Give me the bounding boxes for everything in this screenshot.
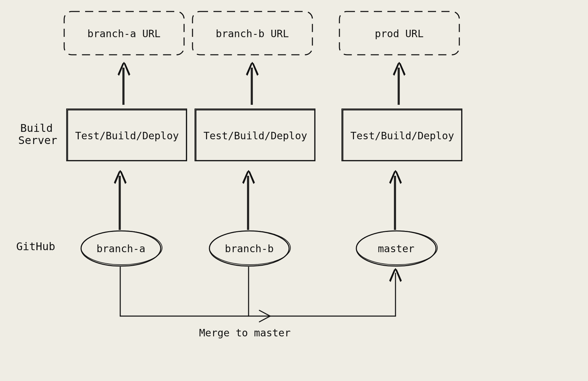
- build-label-2: Test/Build/Deploy: [350, 130, 454, 142]
- row-label-build-server-line2: Server: [18, 134, 57, 147]
- build-box-0: Test/Build/Deploy: [67, 109, 187, 161]
- url-label-2: prod URL: [375, 28, 424, 40]
- branch-label-0: branch-a: [97, 243, 146, 255]
- arrow-build-to-url-2: [393, 63, 405, 105]
- build-box-2: Test/Build/Deploy: [342, 109, 462, 161]
- build-box-1: Test/Build/Deploy: [195, 109, 315, 161]
- url-box-0: branch-a URL: [64, 11, 184, 55]
- branch-ellipse-2: master: [356, 231, 437, 266]
- row-label-github: GitHub: [16, 240, 55, 253]
- arrow-branch-to-build-0: [114, 171, 126, 230]
- merge-path: [120, 267, 401, 322]
- branch-ellipse-0: branch-a: [81, 231, 162, 266]
- branch-label-2: master: [378, 243, 414, 255]
- url-box-1: branch-b URL: [193, 11, 312, 55]
- url-label-0: branch-a URL: [87, 28, 161, 40]
- row-label-build-server-line1: Build: [20, 122, 53, 135]
- branch-ellipse-1: branch-b: [209, 231, 290, 266]
- arrow-branch-to-build-2: [390, 171, 401, 230]
- branch-label-1: branch-b: [225, 243, 274, 255]
- url-label-1: branch-b URL: [216, 28, 289, 40]
- diagram-canvas: Build Server GitHub branch-a URL branch-…: [0, 0, 588, 381]
- merge-label: Merge to master: [199, 327, 291, 339]
- build-label-1: Test/Build/Deploy: [203, 130, 307, 142]
- arrow-build-to-url-1: [247, 63, 258, 105]
- url-box-2: prod URL: [339, 11, 459, 55]
- arrow-branch-to-build-1: [243, 171, 254, 230]
- arrow-build-to-url-0: [118, 63, 130, 105]
- build-label-0: Test/Build/Deploy: [75, 130, 179, 142]
